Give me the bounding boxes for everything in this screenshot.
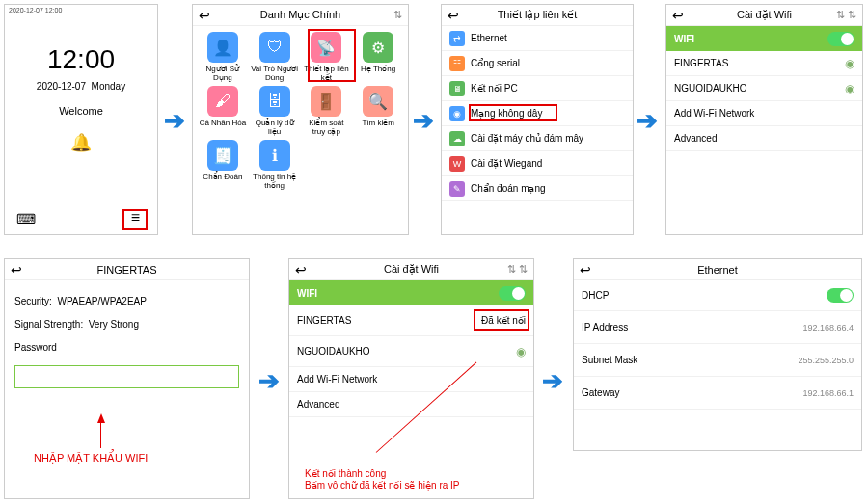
header: ↩ FINGERTAS bbox=[5, 259, 249, 280]
item-label: Chẩn đoán mạng bbox=[471, 183, 546, 194]
arrow-icon: ➔ bbox=[542, 366, 563, 396]
item-icon: ✎ bbox=[449, 181, 465, 197]
back-icon[interactable]: ↩ bbox=[11, 262, 22, 278]
item-label: Ethernet bbox=[471, 33, 507, 43]
signal-label: Signal Strength: bbox=[14, 319, 83, 330]
back-icon[interactable]: ↩ bbox=[448, 8, 459, 23]
panel-home: 2020-12-07 12:00 12:00 2020-12-07 Monday… bbox=[4, 4, 158, 235]
toggle-icon[interactable] bbox=[827, 32, 854, 46]
panel-wifi-connected: ↩ Cài đặt Wifi ⇅ ⇅ WIFI FINGERTAS Đã kết… bbox=[288, 258, 534, 499]
menu-item[interactable]: ⚙Hệ Thống bbox=[354, 32, 402, 82]
add-network-row[interactable]: Add Wi-Fi Network bbox=[666, 101, 862, 126]
link-item[interactable]: 🖥Kết nối PC bbox=[442, 76, 633, 101]
note-tap-ip: Bấm vô chữ đã kết nối sẽ hiện ra IP bbox=[305, 480, 460, 491]
note-password: NHẬP MẬT KHẨU WIFI bbox=[34, 452, 148, 464]
bell-icon[interactable]: 🔔 bbox=[5, 132, 157, 153]
link-item[interactable]: ✎Chẩn đoán mạng bbox=[442, 176, 633, 201]
back-icon[interactable]: ↩ bbox=[672, 8, 684, 23]
item-icon: ☁ bbox=[449, 131, 465, 146]
keyboard-icon[interactable]: ⌨ bbox=[16, 211, 36, 226]
header: ↩ Cài đặt Wifi ⇅ ⇅ bbox=[666, 5, 862, 26]
item-icon: W bbox=[449, 156, 465, 172]
menu-item[interactable]: 🗄Quản lý dữ liệu bbox=[251, 86, 299, 136]
highlight-connected bbox=[474, 309, 529, 331]
menu-label: Tìm kiếm bbox=[362, 119, 393, 127]
menu-icon: 🖌 bbox=[207, 86, 238, 117]
title: Cài đặt Wifi bbox=[384, 263, 439, 276]
row-label: Subnet Mask bbox=[582, 355, 637, 365]
advanced-row[interactable]: Advanced bbox=[666, 126, 862, 151]
menu-icon: 🛡 bbox=[259, 32, 290, 63]
header: ↩ Thiết lập liên kết bbox=[442, 5, 633, 26]
back-icon[interactable]: ↩ bbox=[580, 262, 591, 278]
wifi-network-row[interactable]: FINGERTAS ◉ bbox=[666, 51, 862, 76]
ethernet-rows: IP Address192.168.66.4Subnet Mask255.255… bbox=[574, 311, 861, 410]
row-value: 192.168.66.4 bbox=[802, 323, 854, 332]
wifi-toggle-row[interactable]: WIFI bbox=[289, 280, 533, 305]
menu-item[interactable]: 🚪Kiểm soát truy cập bbox=[303, 86, 351, 136]
link-item[interactable]: ☷Cổng serial bbox=[442, 51, 633, 76]
row-label: IP Address bbox=[582, 322, 628, 332]
title: Ethernet bbox=[697, 264, 738, 276]
menu-label: Thông tin hệ thống bbox=[251, 172, 299, 190]
link-item[interactable]: ⇄Ethernet bbox=[442, 26, 633, 51]
wifi-network-row[interactable]: NGUOIDAUKHO ◉ bbox=[666, 76, 862, 101]
title: Thiết lập liên kết bbox=[498, 9, 578, 21]
link-item[interactable]: WCài đặt Wiegand bbox=[442, 151, 633, 176]
password-label: Password bbox=[14, 336, 239, 359]
menu-item[interactable]: 👤Người Sử Dụng bbox=[199, 32, 247, 82]
title: Cài đặt Wifi bbox=[737, 9, 792, 21]
menu-item[interactable]: ℹThông tin hệ thống bbox=[251, 140, 299, 190]
back-icon[interactable]: ↩ bbox=[199, 8, 210, 23]
ethernet-row[interactable]: Gateway192.168.66.1 bbox=[574, 377, 861, 410]
toggle-icon[interactable] bbox=[827, 288, 854, 303]
advanced-label: Advanced bbox=[297, 399, 339, 410]
panel-ethernet: ↩ Ethernet DHCP IP Address192.168.66.4Su… bbox=[573, 258, 862, 451]
menu-item[interactable]: 🧾Chẩn Đoán bbox=[199, 140, 247, 190]
ethernet-row[interactable]: Subnet Mask255.255.255.0 bbox=[574, 344, 861, 377]
menu-icon: 🚪 bbox=[311, 86, 341, 117]
menu-label: Vai Trò Người Dùng bbox=[251, 65, 299, 82]
menu-label: Quản lý dữ liệu bbox=[251, 119, 299, 136]
highlight-menu bbox=[122, 209, 148, 230]
dhcp-row[interactable]: DHCP bbox=[574, 280, 861, 311]
wifi-network-row[interactable]: NGUOIDAUKHO ◉ bbox=[289, 336, 533, 367]
menu-item[interactable]: 🖌Cá Nhân Hóa bbox=[199, 86, 247, 136]
sort-icon[interactable]: ⇅ ⇅ bbox=[836, 9, 856, 21]
highlight-wireless bbox=[469, 104, 557, 121]
wifi-toggle-row[interactable]: WIFI bbox=[666, 26, 862, 51]
menu-icon: ⚙ bbox=[363, 32, 393, 63]
panel-main-menu: ↩ Danh Mục Chính ⇅ 👤Người Sử Dụng🛡Vai Tr… bbox=[192, 4, 409, 235]
wifi-label: WIFI bbox=[297, 288, 317, 299]
toggle-icon[interactable] bbox=[499, 286, 526, 301]
panel-link-settings: ↩ Thiết lập liên kết ⇄Ethernet☷Cổng seri… bbox=[441, 4, 634, 235]
menu-item[interactable]: 🛡Vai Trò Người Dùng bbox=[251, 32, 299, 82]
clock-date-row: 2020-12-07 Monday bbox=[5, 81, 157, 92]
item-icon: ◉ bbox=[449, 106, 465, 121]
menu-icon: 👤 bbox=[207, 32, 238, 63]
arrow-icon: ➔ bbox=[637, 106, 658, 136]
password-input[interactable] bbox=[14, 365, 239, 388]
welcome-text: Welcome bbox=[5, 105, 157, 117]
item-icon: ⇄ bbox=[449, 31, 465, 46]
network-name: NGUOIDAUKHO bbox=[674, 83, 747, 93]
back-icon[interactable]: ↩ bbox=[295, 262, 307, 278]
ethernet-row[interactable]: IP Address192.168.66.4 bbox=[574, 311, 861, 344]
add-network-label: Add Wi-Fi Network bbox=[297, 374, 377, 385]
title: Danh Mục Chính bbox=[260, 9, 340, 21]
item-label: Cổng serial bbox=[471, 58, 520, 68]
add-network-row[interactable]: Add Wi-Fi Network bbox=[289, 367, 533, 392]
menu-icon: 🧾 bbox=[207, 140, 238, 171]
highlight-network bbox=[308, 29, 356, 82]
menu-item[interactable]: 🔍Tìm kiếm bbox=[354, 86, 402, 136]
sort-icon[interactable]: ⇅ ⇅ bbox=[507, 263, 528, 276]
link-item[interactable]: ☁Cài đặt máy chủ đám mây bbox=[442, 126, 633, 151]
advanced-row[interactable]: Advanced bbox=[289, 392, 533, 417]
item-label: Kết nối PC bbox=[471, 83, 518, 93]
sort-icon[interactable]: ⇅ bbox=[393, 9, 402, 21]
wifi-signal-icon: ◉ bbox=[516, 345, 526, 358]
status-bar: 2020-12-07 12:00 bbox=[5, 5, 157, 15]
clock-day: Monday bbox=[92, 81, 126, 92]
header: ↩ Cài đặt Wifi ⇅ ⇅ bbox=[289, 259, 533, 280]
network-name: FINGERTAS bbox=[674, 58, 728, 68]
